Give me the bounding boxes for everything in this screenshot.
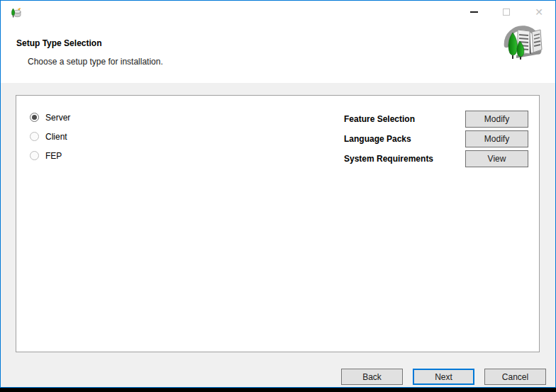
- feature-selection-modify-button[interactable]: Modify: [465, 111, 528, 128]
- installer-window: ✕ Setup Type Selection Choose a setup ty…: [0, 0, 556, 388]
- option-row-system-requirements: System Requirements View: [344, 150, 528, 167]
- maximize-icon: [503, 9, 510, 16]
- titlebar: ✕: [1, 1, 555, 23]
- option-row-feature-selection: Feature Selection Modify: [344, 111, 528, 128]
- back-button[interactable]: Back: [341, 369, 403, 385]
- close-icon: ✕: [535, 7, 543, 17]
- installer-app-icon: [10, 6, 22, 18]
- radio-option-client[interactable]: Client: [30, 127, 70, 146]
- option-row-language-packs: Language Packs Modify: [344, 130, 528, 147]
- cancel-button[interactable]: Cancel: [484, 369, 546, 385]
- radio-icon: [30, 113, 39, 122]
- language-packs-modify-button[interactable]: Modify: [465, 130, 528, 147]
- option-label: Feature Selection: [344, 114, 415, 124]
- content-panel: Server Client FEP Feature Selection Modi…: [16, 95, 540, 352]
- product-logo-icon: [501, 20, 545, 65]
- radio-icon: [30, 132, 39, 141]
- minimize-icon: [470, 11, 478, 13]
- next-button[interactable]: Next: [413, 369, 474, 385]
- option-label: Language Packs: [344, 134, 411, 144]
- radio-label: Server: [45, 113, 70, 123]
- radio-label: FEP: [45, 151, 62, 161]
- radio-label: Client: [45, 132, 67, 142]
- system-requirements-view-button[interactable]: View: [465, 150, 528, 167]
- page-title: Setup Type Selection: [16, 38, 101, 48]
- option-label: System Requirements: [344, 154, 433, 164]
- setup-type-group: Server Client FEP: [30, 108, 70, 165]
- radio-option-server[interactable]: Server: [30, 108, 70, 127]
- dialog-header: Setup Type Selection Choose a setup type…: [1, 23, 555, 83]
- radio-option-fep[interactable]: FEP: [30, 146, 70, 165]
- radio-icon: [30, 151, 39, 160]
- page-subtitle: Choose a setup type for installation.: [28, 57, 163, 67]
- options-group: Feature Selection Modify Language Packs …: [344, 111, 528, 170]
- minimize-button[interactable]: [457, 1, 490, 23]
- footer-button-bar: Back Next Cancel: [341, 369, 546, 385]
- dialog-body: Server Client FEP Feature Selection Modi…: [1, 83, 555, 387]
